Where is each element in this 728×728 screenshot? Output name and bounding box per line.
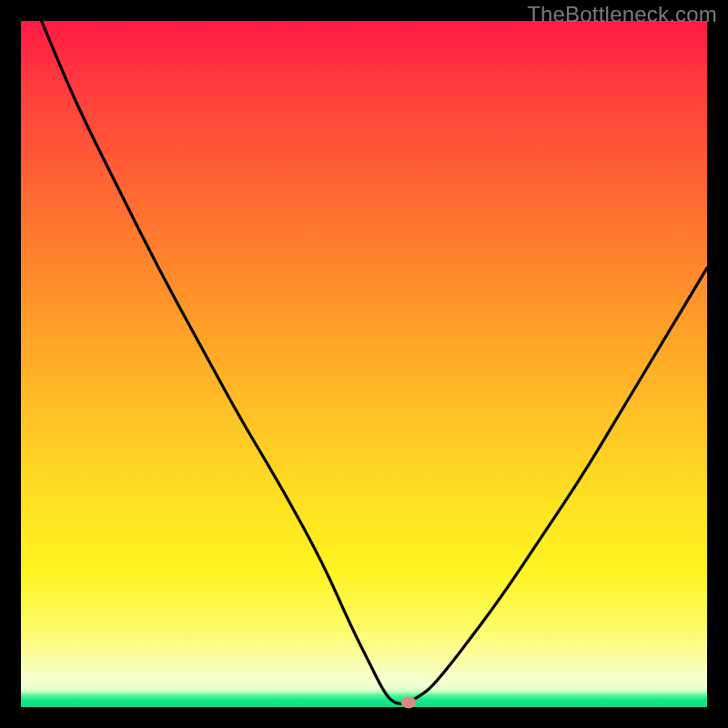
watermark-text: TheBottleneck.com (527, 2, 717, 27)
bottleneck-curve (21, 21, 707, 707)
chart-frame: TheBottleneck.com (0, 0, 728, 728)
optimal-point-marker (401, 697, 417, 709)
plot-area (21, 21, 707, 707)
